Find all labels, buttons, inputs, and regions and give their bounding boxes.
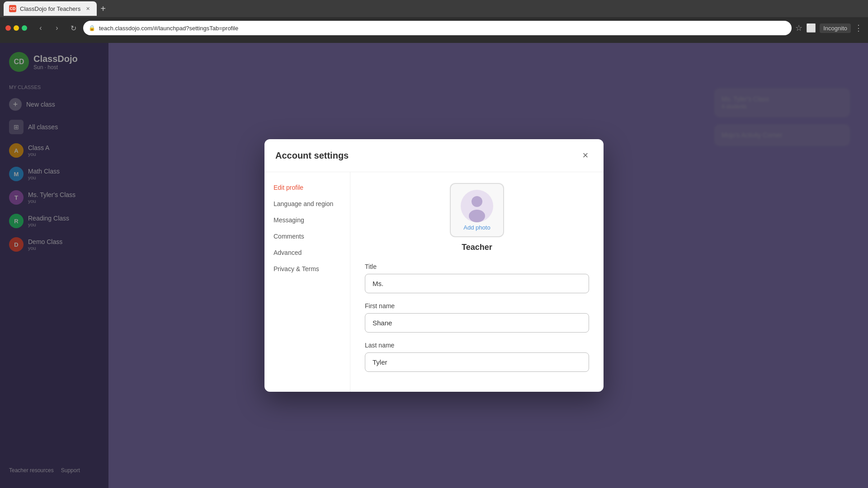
modal-close-button[interactable]: × bbox=[578, 148, 593, 163]
tab-close-button[interactable]: ✕ bbox=[84, 5, 91, 12]
reload-button[interactable]: ↻ bbox=[67, 22, 80, 34]
browser-toolbar: ‹ › ↻ 🔒 teach.classdojo.com/#/launchpad?… bbox=[0, 17, 868, 39]
svg-point-1 bbox=[472, 196, 482, 207]
nav-item-comments[interactable]: Comments bbox=[264, 228, 350, 244]
avatar-section: Add photo Teacher bbox=[365, 183, 589, 252]
tab-title: ClassDojo for Teachers bbox=[20, 5, 80, 12]
title-form-group: Title bbox=[365, 263, 589, 293]
nav-item-advanced[interactable]: Advanced bbox=[264, 244, 350, 261]
svg-point-2 bbox=[469, 210, 485, 222]
avatar-upload-button[interactable]: Add photo bbox=[450, 183, 504, 237]
address-text: teach.classdojo.com/#/launchpad?settings… bbox=[99, 25, 238, 32]
firstname-form-group: First name bbox=[365, 302, 589, 333]
lastname-input[interactable] bbox=[365, 352, 589, 372]
window-minimize-button[interactable] bbox=[14, 25, 19, 31]
nav-item-privacy-terms[interactable]: Privacy & Terms bbox=[264, 261, 350, 277]
app-background: CD ClassDojo Sun · host My Classes + New… bbox=[0, 43, 868, 488]
modal-edit-profile-content: Add photo Teacher Title First name bbox=[350, 172, 604, 392]
nav-item-language-region[interactable]: Language and region bbox=[264, 196, 350, 212]
star-icon[interactable]: ☆ bbox=[795, 23, 802, 33]
avatar-silhouette bbox=[461, 190, 493, 222]
new-tab-button[interactable]: + bbox=[97, 2, 109, 15]
modal-title: Account settings bbox=[275, 150, 349, 161]
lastname-form-group: Last name bbox=[365, 342, 589, 372]
window-close-button[interactable] bbox=[5, 25, 11, 31]
account-settings-modal: Account settings × Edit profile Language… bbox=[264, 139, 604, 392]
back-button[interactable]: ‹ bbox=[34, 22, 47, 34]
modal-body: Edit profile Language and region Messagi… bbox=[264, 172, 604, 392]
lastname-label: Last name bbox=[365, 342, 589, 349]
firstname-label: First name bbox=[365, 302, 589, 310]
window-maximize-button[interactable] bbox=[22, 25, 27, 31]
lock-icon: 🔒 bbox=[89, 25, 95, 31]
modal-nav: Edit profile Language and region Messagi… bbox=[264, 172, 350, 392]
add-photo-text: Add photo bbox=[463, 224, 490, 231]
browser-chrome: CD ClassDojo for Teachers ✕ + ‹ › ↻ 🔒 te… bbox=[0, 0, 868, 43]
modal-overlay: Account settings × Edit profile Language… bbox=[0, 43, 868, 488]
title-label: Title bbox=[365, 263, 589, 270]
profile-icon[interactable]: ⬜ bbox=[806, 23, 816, 33]
title-input[interactable] bbox=[365, 274, 589, 293]
forward-button[interactable]: › bbox=[51, 22, 63, 34]
active-tab[interactable]: CD ClassDojo for Teachers ✕ bbox=[4, 1, 97, 16]
tab-favicon: CD bbox=[9, 5, 16, 12]
avatar-name: Teacher bbox=[462, 243, 492, 252]
firstname-input[interactable] bbox=[365, 313, 589, 333]
menu-icon[interactable]: ⋮ bbox=[854, 23, 863, 33]
address-bar[interactable]: 🔒 teach.classdojo.com/#/launchpad?settin… bbox=[83, 21, 792, 35]
nav-item-messaging[interactable]: Messaging bbox=[264, 212, 350, 228]
modal-header: Account settings × bbox=[264, 139, 604, 172]
nav-item-edit-profile[interactable]: Edit profile bbox=[264, 179, 350, 196]
browser-tabs: CD ClassDojo for Teachers ✕ + bbox=[0, 0, 868, 17]
incognito-label: Incognito bbox=[820, 23, 851, 33]
